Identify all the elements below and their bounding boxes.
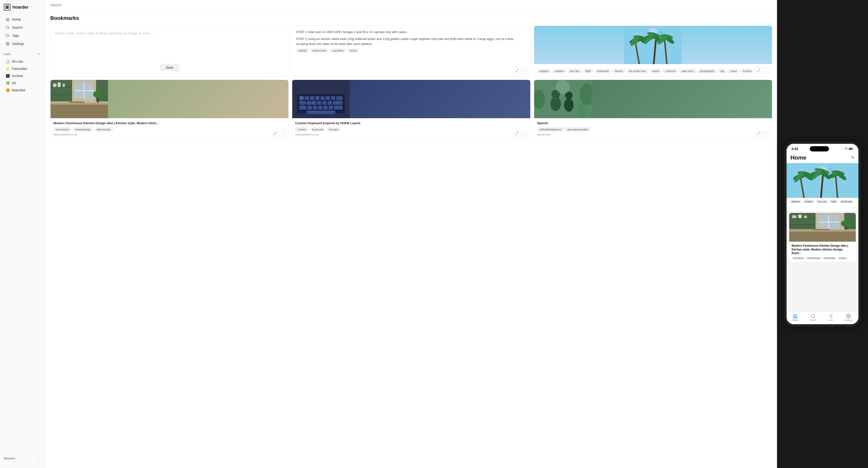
palm-card-actions: ··· <box>756 67 770 74</box>
kitchen-card-body: Modern Farmhouse Kitchen Design Idea | K… <box>51 118 288 139</box>
list-item-watchlist[interactable]: 🟠 Watchlist <box>2 87 43 94</box>
tag-airplane: airplane <box>537 69 551 73</box>
tag-blue-sky: blue sky <box>567 69 582 73</box>
favourites-icon: ⭐ <box>6 67 10 71</box>
battery-icon <box>849 147 854 150</box>
phone-palm-tags: airplane aviation blue sky flight landsc… <box>786 198 859 204</box>
svg-point-7 <box>7 43 8 44</box>
palm-trees-card: ✈ <box>534 26 772 76</box>
list-label: Watchlist <box>12 88 25 92</box>
kitchen-tags: homedecor interiordesign kitchenstyle <box>54 127 285 132</box>
svg-point-132 <box>848 315 849 317</box>
svg-line-46 <box>275 132 276 133</box>
recipe-tags: baking buttercream cupcakes recipe <box>296 48 526 53</box>
archive-icon: ⬛ <box>6 74 10 78</box>
phone-screen: ✈ <box>786 163 859 311</box>
star-icon[interactable]: ☆ <box>789 205 793 210</box>
svg-rect-74 <box>310 101 314 105</box>
svg-rect-120 <box>804 215 807 218</box>
sidebar-item-search[interactable]: Search <box>2 24 43 31</box>
list-item-art[interactable]: 🌿 Art <box>2 80 43 87</box>
edit-icon[interactable]: ✎ <box>851 155 855 160</box>
list-item-favourites[interactable]: ⭐ Favourites <box>2 65 43 72</box>
svg-point-85 <box>556 80 570 94</box>
list-item-archive[interactable]: ⬛ Archive <box>2 72 43 79</box>
more-icon[interactable]: ··· <box>852 205 856 210</box>
app-logo[interactable]: hoarder <box>0 4 45 15</box>
svg-line-29 <box>757 71 758 72</box>
phone-nav-search[interactable]: Search <box>810 314 817 321</box>
openai-card: OpenAI artificialintelligence generative… <box>534 80 772 139</box>
svg-rect-64 <box>333 101 342 105</box>
phone-nav-lists[interactable]: Lists <box>828 314 833 321</box>
openai-card-actions: ··· <box>756 130 770 136</box>
svg-text:✈: ✈ <box>660 31 662 33</box>
more-menu-button[interactable]: ··· <box>36 455 41 461</box>
expand-button[interactable] <box>756 67 762 74</box>
more-options-button[interactable]: ··· <box>763 130 770 136</box>
sidebar-item-tags[interactable]: Tags <box>2 32 43 39</box>
more-options-button[interactable]: ··· <box>280 130 286 136</box>
more-options-button[interactable]: ··· <box>763 67 770 74</box>
svg-line-8 <box>517 69 518 70</box>
search-input[interactable] <box>50 3 772 7</box>
keyboard-card-actions: ··· <box>514 130 528 136</box>
kitchen-image <box>51 80 288 118</box>
phone-status-icons: ···· <box>841 147 854 150</box>
svg-rect-57 <box>336 96 342 100</box>
tag-keyboard: keyboard <box>310 127 325 132</box>
expand-button[interactable] <box>514 130 520 136</box>
svg-rect-53 <box>315 96 319 100</box>
recipe-step2: STEP 2 Using an electric whisk beat 110g… <box>296 37 526 47</box>
sidebar-item-settings[interactable]: Settings <box>2 40 43 47</box>
save-button[interactable]: Save <box>160 64 179 71</box>
add-list-button[interactable]: + <box>37 52 41 57</box>
kitchen-card: Modern Farmhouse Kitchen Design Idea | K… <box>50 80 289 139</box>
phone-mockup: 4:43 ···· Home ✎ ✈ <box>784 141 861 327</box>
tag-custom: custom <box>295 127 308 132</box>
kitchen-title: Modern Farmhouse Kitchen Design Idea | K… <box>54 121 285 125</box>
svg-rect-38 <box>51 87 71 88</box>
list-item-all-lists[interactable]: 📋 All Lists <box>2 58 43 65</box>
more-options-button[interactable]: ··· <box>522 67 528 74</box>
bookmarks-grid: Paste a link, write a note or drag and d… <box>50 26 772 139</box>
phone-kitchen-card[interactable]: Modern Farmhouse Kitchen Design Idea | K… <box>789 213 856 262</box>
expand-button[interactable] <box>756 130 762 136</box>
svg-point-4 <box>6 26 9 29</box>
tag-nature: nature <box>649 69 661 73</box>
phone-palm-card: ✈ <box>786 163 859 211</box>
svg-rect-36 <box>51 80 72 101</box>
tag-low-angle: low angle view <box>626 69 648 73</box>
phone-kitchen-image <box>789 213 856 242</box>
phone-nav-settings[interactable]: Settings <box>845 314 853 321</box>
more-options-button[interactable]: ··· <box>522 130 528 136</box>
all-lists-icon: 📋 <box>6 60 10 63</box>
svg-rect-40 <box>53 83 57 87</box>
svg-rect-55 <box>326 96 330 100</box>
tag-landscape: landscape <box>594 69 611 73</box>
sidebar-item-home[interactable]: Home <box>2 15 43 23</box>
recipe-card: STEP 1 Heat oven to 180C/160C fan/gas 4 … <box>292 26 530 76</box>
palm-tags: airplane aviation blue sky flight landsc… <box>537 69 769 73</box>
tag-recipe: recipe <box>347 48 359 53</box>
phone-nav-home[interactable]: Home <box>792 314 798 321</box>
phone-palm-image: ✈ <box>786 163 859 198</box>
kitchen-card-actions: ··· <box>272 130 286 136</box>
svg-point-81 <box>564 98 574 112</box>
wifi-icon <box>844 147 848 150</box>
nav-home-label: Home <box>12 18 21 21</box>
expand-button[interactable] <box>514 67 520 74</box>
new-card-placeholder[interactable]: Paste a link, write a note or drag and d… <box>55 31 284 61</box>
svg-rect-118 <box>792 215 796 218</box>
svg-line-5 <box>8 28 9 29</box>
phone-dynamic-island <box>810 146 829 152</box>
openai-title: OpenAI <box>537 121 769 125</box>
phone-tag-airplane: airplane <box>789 200 802 203</box>
openai-card-body: OpenAI artificialintelligence generative… <box>534 118 772 139</box>
content-area: Bookmarks Paste a link, write a note or … <box>45 10 777 468</box>
svg-rect-42 <box>63 83 65 87</box>
svg-rect-63 <box>328 101 332 105</box>
expand-button[interactable] <box>272 130 278 136</box>
svg-rect-62 <box>322 101 327 105</box>
svg-line-9 <box>516 71 517 72</box>
